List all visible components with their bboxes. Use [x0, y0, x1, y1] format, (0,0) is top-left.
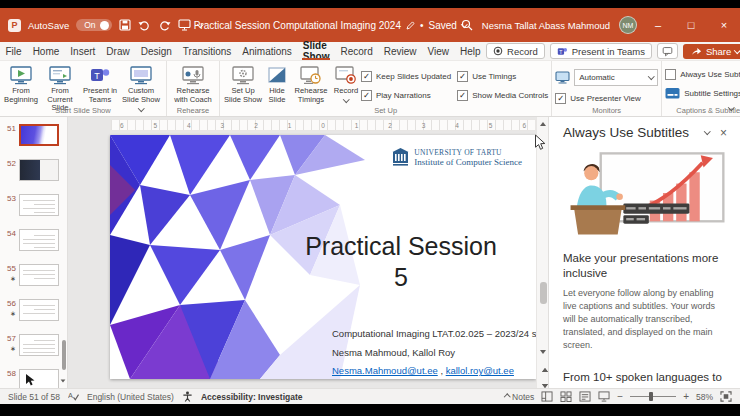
zoom-out-button[interactable]: −	[617, 392, 623, 402]
tab-draw[interactable]: Draw	[101, 42, 135, 60]
slide-title[interactable]: Practical Session 5	[258, 231, 536, 294]
thumbnail-slide-53[interactable]: 53	[0, 194, 67, 218]
normal-view-icon[interactable]	[541, 391, 553, 402]
thumbnail-image[interactable]	[19, 229, 59, 251]
zoom-level[interactable]: 58%	[696, 392, 713, 402]
tab-review[interactable]: Review	[378, 42, 422, 60]
tab-file[interactable]: File	[0, 42, 27, 60]
spellcheck-icon[interactable]: A	[68, 391, 79, 402]
avatar[interactable]: NM	[619, 16, 637, 34]
save-icon[interactable]	[119, 19, 131, 31]
saved-chevron-icon[interactable]	[461, 21, 467, 27]
thumbnail-image[interactable]	[19, 334, 59, 356]
monitor-selector[interactable]: Automatic	[555, 69, 658, 86]
thumbnail-slide-57[interactable]: 57∗	[0, 334, 67, 358]
thumbnail-image[interactable]	[19, 369, 59, 388]
thumbnail-image[interactable]	[19, 124, 59, 146]
slide-title-line-1: Practical Session	[258, 231, 536, 262]
minimize-button[interactable]: –	[646, 8, 670, 42]
thumbnail-image[interactable]	[19, 159, 59, 181]
thumbnail-image[interactable]	[19, 194, 59, 216]
slide-editing-area[interactable]: UNIVERSITY OF TARTU Institute of Compute…	[110, 135, 536, 379]
tab-animations[interactable]: Animations	[237, 42, 297, 60]
thumbnail-image[interactable]	[19, 299, 59, 321]
panel-header: Always Use Subtitles ×	[563, 125, 727, 140]
group-label: Monitors	[552, 106, 661, 115]
thumbnail-slide-52[interactable]: 52	[0, 159, 67, 183]
reading-view-icon[interactable]	[579, 391, 591, 402]
tab-view[interactable]: View	[422, 42, 455, 60]
scroll-up-icon[interactable]	[540, 122, 546, 126]
zoom-slider[interactable]	[630, 396, 676, 398]
zoom-slider-thumb[interactable]	[649, 392, 653, 401]
saved-status[interactable]: Saved	[429, 20, 457, 31]
email-link-2[interactable]: kallol.roy@ut.ee	[446, 365, 514, 376]
from-beginning-button[interactable]: From Beginning	[3, 63, 39, 104]
record-ribbon-button[interactable]: Record	[331, 63, 361, 104]
panel-close-icon[interactable]: ×	[720, 127, 727, 139]
slide-counter[interactable]: Slide 51 of 58	[8, 392, 60, 402]
emails-line: Nesma.Mahmoud@ut.ee , kallol.roy@ut.ee	[332, 362, 536, 379]
hide-slide-button[interactable]: Hide Slide	[263, 63, 291, 104]
tab-record[interactable]: Record	[335, 42, 378, 60]
show-media-controls-checkbox[interactable]: ✓Show Media Controls	[457, 90, 548, 101]
scrollbar-thumb[interactable]	[540, 282, 547, 304]
language-indicator[interactable]: English (United States)	[87, 392, 174, 402]
svg-text:A: A	[68, 391, 73, 400]
slide-info-block[interactable]: Computational Imaging LTAT.02.025 – 2023…	[332, 325, 536, 379]
rehearse-with-coach-button[interactable]: Rehearse with Coach	[170, 63, 216, 104]
autosave-toggle[interactable]: On	[76, 19, 111, 31]
tab-slide-show[interactable]: Slide Show	[297, 42, 335, 60]
tab-help[interactable]: Help	[455, 42, 487, 60]
horizontal-ruler: 6543210123456	[110, 119, 536, 131]
status-bar-right: Notes − + 58%	[505, 391, 732, 402]
comments-button[interactable]	[657, 43, 678, 59]
scroll-down-icon[interactable]	[540, 350, 546, 354]
thumbnail-slide-54[interactable]: 54	[0, 229, 67, 253]
record-button[interactable]: Record	[486, 43, 545, 59]
rehearse-timings-button[interactable]: Rehearse Timings	[291, 63, 331, 104]
accessibility-status[interactable]: Accessibility: Investigate	[201, 392, 303, 402]
always-use-subtitles-checkbox[interactable]: Always Use Subtitles	[665, 69, 740, 80]
undo-icon[interactable]	[138, 19, 151, 31]
monitor-slide-icon	[49, 66, 71, 85]
ribbon-group-start-slide-show: From Beginning From Current Slide T Pres…	[0, 61, 167, 116]
thumbnail-slide-58[interactable]: 58	[0, 369, 67, 388]
monitor-dropdown[interactable]: Automatic	[574, 69, 658, 86]
set-up-slide-show-button[interactable]: Set Up Slide Show	[223, 63, 263, 104]
accessibility-icon[interactable]	[182, 391, 193, 402]
thumbnail-slide-55[interactable]: 55∗	[0, 264, 67, 288]
close-button[interactable]: ×	[712, 8, 736, 42]
subtitle-settings-button[interactable]: Subtitle Settings	[665, 87, 740, 100]
monitor-icon	[555, 71, 570, 84]
scroll-down-icon[interactable]	[61, 379, 66, 382]
fit-slide-icon[interactable]	[720, 391, 732, 402]
use-presenter-view-checkbox[interactable]: ✓Use Presenter View	[555, 93, 658, 104]
tab-insert[interactable]: Insert	[65, 42, 101, 60]
maximize-button[interactable]: □	[679, 8, 703, 42]
slide-show-view-icon[interactable]	[598, 391, 610, 402]
scrollbar-thumb[interactable]	[62, 340, 66, 370]
letterbox-bottom	[0, 404, 740, 416]
use-timings-checkbox[interactable]: ✓Use Timings	[457, 71, 548, 82]
thumbnail-image[interactable]	[19, 264, 59, 286]
present-in-teams-ribbon-button[interactable]: T Present in Teams	[81, 63, 119, 104]
panel-collapse-icon[interactable]	[705, 128, 711, 134]
zoom-in-button[interactable]: +	[683, 392, 689, 402]
slide-sorter-icon[interactable]	[560, 391, 572, 402]
email-link-1[interactable]: Nesma.Mahmoud@ut.ee	[332, 365, 438, 376]
tab-home[interactable]: Home	[27, 42, 65, 60]
present-in-teams-button[interactable]: T Present in Teams	[550, 43, 652, 59]
share-button[interactable]: Share	[683, 44, 740, 59]
ribbon-group-set-up: Set Up Slide Show Hide Slide Rehearse Ti…	[220, 61, 552, 116]
keep-slides-updated-checkbox[interactable]: ✓Keep Slides Updated	[361, 71, 451, 82]
thumbnail-slide-56[interactable]: 56∗	[0, 299, 67, 323]
notes-button[interactable]: Notes	[505, 392, 535, 402]
thumbnail-scrollbar[interactable]	[61, 117, 66, 388]
tab-transitions[interactable]: Transitions	[177, 42, 237, 60]
powerpoint-app-icon[interactable]: P	[8, 19, 21, 32]
tab-design[interactable]: Design	[135, 42, 177, 60]
vertical-scrollbar[interactable]	[536, 117, 548, 388]
play-narrations-checkbox[interactable]: ✓Play Narrations	[361, 90, 451, 101]
thumbnail-slide-51[interactable]: 51	[0, 124, 67, 148]
